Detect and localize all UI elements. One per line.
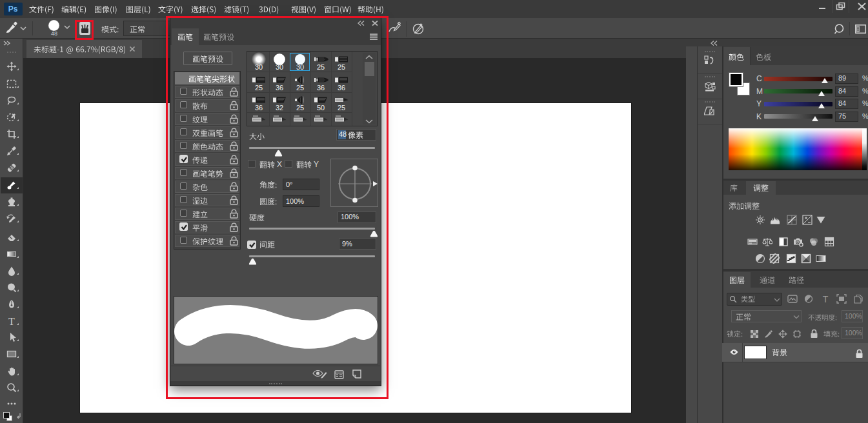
svg-text:T: T xyxy=(8,316,15,326)
svg-text:T: T xyxy=(823,294,829,304)
